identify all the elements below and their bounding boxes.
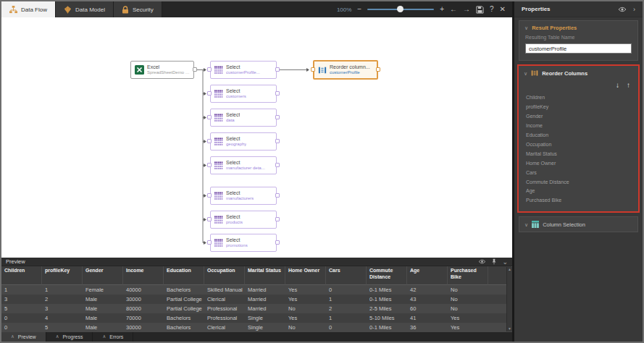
column-list-item[interactable]: profileKey <box>519 103 638 112</box>
table-cell: 30000 <box>123 323 164 332</box>
chevron-down-icon[interactable]: ∨ <box>524 222 528 227</box>
input-port[interactable] <box>207 240 212 245</box>
tab-data-model[interactable]: Data Model <box>56 1 114 17</box>
navigate-forward-button[interactable]: → <box>463 6 470 13</box>
input-port[interactable] <box>207 217 212 221</box>
table-row[interactable]: 32Male30000Partial CollegeClericalMarrie… <box>1 295 512 304</box>
table-header-cell[interactable]: Age <box>407 266 448 285</box>
column-list-item[interactable]: Home Owner <box>519 159 638 169</box>
table-header-cell[interactable]: Income <box>123 266 164 285</box>
table-header-cell[interactable]: Purchased Bike <box>448 266 488 285</box>
scroll-down-icon[interactable]: ▼ <box>508 327 511 331</box>
node-select-customers[interactable]: Selectcustomers <box>210 85 277 103</box>
data-flow-canvas[interactable]: ExcelSpreadSheetDemo I...SelectcustomerP… <box>1 17 512 258</box>
node-select-products[interactable]: Selectproducts <box>210 211 277 229</box>
zoom-slider[interactable] <box>367 9 434 10</box>
node-select-data[interactable]: Selectdata <box>210 109 277 127</box>
chevron-down-icon[interactable]: ∨ <box>524 71 527 76</box>
bottom-tab-errors[interactable]: ∧Errors <box>93 331 133 342</box>
input-port[interactable] <box>207 67 212 72</box>
output-port[interactable] <box>275 240 280 245</box>
bottom-tab-preview[interactable]: ∧Preview <box>1 331 46 342</box>
node-excel[interactable]: ExcelSpreadSheetDemo I... <box>130 61 194 79</box>
zoom-out-button[interactable]: − <box>357 6 361 13</box>
table-cell: Male <box>83 323 123 332</box>
output-port[interactable] <box>376 67 380 72</box>
table-row[interactable]: 11Female40000BachelorsSkilled ManualMarr… <box>1 285 512 295</box>
move-up-button[interactable]: ↑ <box>627 81 630 89</box>
properties-title: Properties <box>522 6 551 12</box>
column-list-item[interactable]: Children <box>519 93 638 103</box>
move-down-button[interactable]: ↓ <box>616 81 619 89</box>
table-header-cell[interactable]: Commute Distance <box>367 266 407 285</box>
node-select-manufacturers[interactable]: Selectmanufacturers <box>210 187 277 205</box>
result-properties-header[interactable]: ∨ Result Properties <box>519 21 637 35</box>
chevron-down-icon[interactable]: ∨ <box>524 25 528 30</box>
reorder-columns-header[interactable]: ∨ Reorder Columns <box>519 66 638 80</box>
column-list-item[interactable]: Gender <box>519 112 638 122</box>
eye-icon[interactable] <box>618 7 627 12</box>
collapse-panel-icon[interactable]: › <box>633 6 635 13</box>
eye-icon[interactable] <box>478 259 486 264</box>
column-list-item[interactable]: Cars <box>519 169 638 178</box>
table-header-cell[interactable]: Occupation <box>204 266 245 285</box>
table-cell: 1 <box>42 285 83 295</box>
table-header-cell[interactable]: Children <box>1 266 42 285</box>
input-port[interactable] <box>207 91 212 96</box>
node-text: Selectpromotions <box>226 237 248 249</box>
table-header-cell[interactable]: Home Owner <box>285 266 326 285</box>
output-port[interactable] <box>275 139 280 143</box>
column-list-item[interactable]: Education <box>519 131 638 140</box>
output-port[interactable] <box>275 163 280 167</box>
output-port[interactable] <box>275 91 280 96</box>
input-port[interactable] <box>207 163 212 167</box>
output-port[interactable] <box>275 217 280 221</box>
node-text: Selectmanufacturer deta... <box>226 160 265 172</box>
table-header-cell[interactable]: Cars <box>326 266 367 285</box>
output-port[interactable] <box>275 67 280 72</box>
zoom-slider-handle[interactable] <box>397 6 403 12</box>
tab-security[interactable]: Security <box>114 1 162 17</box>
node-title: Select <box>226 214 243 220</box>
table-cell: Yes <box>285 313 326 323</box>
node-select-customerprofile[interactable]: SelectcustomerProfile... <box>210 61 277 79</box>
scroll-up-icon[interactable]: ▲ <box>508 268 511 271</box>
column-list-item[interactable]: Marital Status <box>519 150 638 159</box>
pin-icon[interactable] <box>491 258 497 265</box>
table-header-cell[interactable]: Gender <box>83 266 123 285</box>
save-icon[interactable] <box>476 6 484 14</box>
column-list-item[interactable]: Age <box>519 187 638 196</box>
node-select-geography[interactable]: Selectgeography <box>210 132 277 151</box>
input-port[interactable] <box>207 139 212 143</box>
column-list-item[interactable]: Occupation <box>519 140 638 150</box>
resulting-table-name-input[interactable] <box>525 43 632 54</box>
output-port[interactable] <box>275 115 280 119</box>
table-header-cell[interactable]: Education <box>164 266 204 285</box>
column-list-item[interactable]: Income <box>519 122 638 131</box>
tab-label: Security <box>133 7 154 13</box>
table-scrollbar[interactable]: ▲ ▼ <box>506 267 512 331</box>
table-row[interactable]: 04Male70000BachelorsProfessionalSingleYe… <box>1 313 512 323</box>
collapse-preview-icon[interactable]: ⌄ <box>502 261 508 263</box>
bottom-tab-progress[interactable]: ∧Progress <box>46 331 93 342</box>
table-header-cell[interactable]: Marital Status <box>245 266 285 285</box>
input-port[interactable] <box>207 193 212 198</box>
column-selection-header[interactable]: ∨ Column Selection <box>519 217 637 232</box>
output-port[interactable] <box>275 193 280 198</box>
zoom-in-button[interactable]: + <box>440 6 444 13</box>
close-button[interactable]: ✕ <box>500 6 506 13</box>
node-select-promotions[interactable]: Selectpromotions <box>210 234 277 252</box>
input-port[interactable] <box>207 115 212 119</box>
navigate-back-button[interactable]: ← <box>450 6 457 13</box>
table-header-cell[interactable]: profileKey <box>42 266 83 285</box>
input-port[interactable] <box>311 67 315 72</box>
column-list-item[interactable]: Commute Distance <box>519 177 638 187</box>
tab-data-flow[interactable]: Data Flow <box>1 1 56 17</box>
table-row[interactable]: 53Male80000Partial CollegeProfessionalMa… <box>1 304 512 313</box>
column-list-item[interactable]: Purchased Bike <box>519 196 638 206</box>
table-row[interactable]: 05Male30000BachelorsClericalSingleNo00-1… <box>1 323 512 332</box>
node-reorder-columns-node[interactable]: Reorder column...customerProfile <box>313 60 378 80</box>
output-port[interactable] <box>193 67 197 72</box>
help-button[interactable]: ? <box>490 6 494 13</box>
node-select-manufacturer-details[interactable]: Selectmanufacturer deta... <box>210 156 277 174</box>
